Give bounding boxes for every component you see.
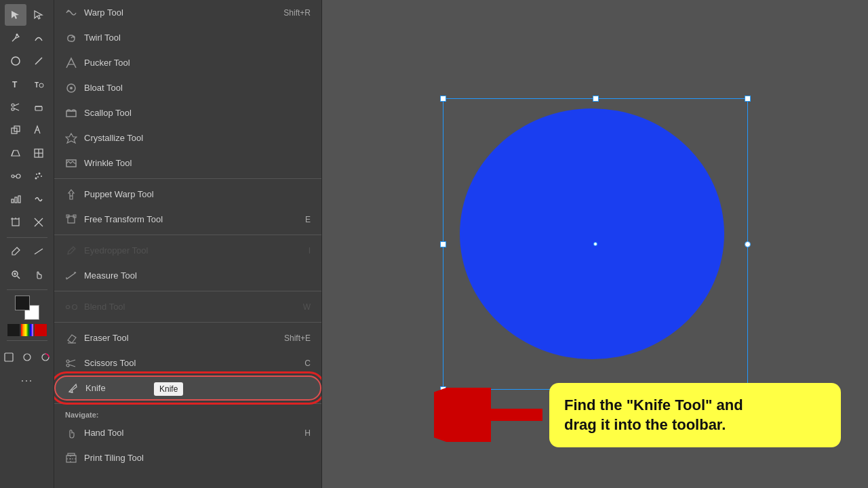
touch-type-tool-btn[interactable]: T (28, 73, 50, 95)
svg-line-8 (14, 104, 19, 106)
pucker-tool-item[interactable]: Pucker Tool (54, 50, 321, 75)
line-tool-btn[interactable] (28, 50, 50, 72)
handle-br[interactable] (745, 386, 751, 392)
red-swatch[interactable] (35, 324, 47, 336)
pen-tool-btn[interactable] (5, 27, 26, 49)
bloat-tool-icon (65, 82, 77, 94)
slice-btn[interactable] (28, 211, 50, 233)
left-toolbar: T T (0, 0, 54, 488)
none-swatch[interactable] (7, 324, 20, 336)
knife-tool-icon (66, 382, 79, 394)
artboard-btn[interactable] (5, 211, 26, 233)
eyedropper-btn[interactable] (5, 241, 26, 262)
knife-tool-item[interactable]: Knife Knife (54, 375, 321, 401)
handle-bc[interactable] (593, 386, 599, 392)
svg-rect-67 (68, 453, 75, 455)
svg-point-20 (16, 174, 20, 178)
artboard-panel-btn[interactable] (0, 346, 17, 368)
tool-row-zoom (0, 264, 54, 285)
divider-5 (54, 403, 321, 404)
more-tools-dots[interactable]: ··· (20, 373, 33, 388)
shape-builder-btn[interactable] (5, 119, 26, 141)
print-tiling-tool-label: Print Tiling Tool (84, 453, 304, 463)
canvas-area: Find the "Knife Tool" anddrag it into th… (322, 0, 868, 488)
svg-text:T: T (12, 80, 18, 89)
eraser-tool-item[interactable]: Eraser Tool Shift+E (54, 325, 321, 350)
wrinkle-tool-icon (65, 157, 77, 169)
tool-row-graph (0, 188, 54, 210)
scissors-btn[interactable] (5, 96, 26, 118)
tool-row-shapebuilder (0, 119, 54, 141)
eraser-small-btn[interactable] (28, 96, 50, 118)
svg-marker-71 (437, 401, 461, 428)
recolor-btn[interactable] (37, 346, 54, 368)
handle-tc[interactable] (593, 96, 599, 102)
crystallize-tool-item[interactable]: Crystallize Tool (54, 125, 321, 150)
navigate-section-label: Navigate: (54, 407, 321, 420)
scissors-tool-label: Scissors Tool (84, 358, 298, 368)
curvature-tool-btn[interactable] (28, 27, 50, 49)
handle-ml[interactable] (440, 241, 446, 247)
hand-tool-item[interactable]: Hand Tool H (54, 420, 321, 445)
type-tool-btn[interactable]: T (5, 73, 26, 95)
svg-point-59 (73, 304, 77, 309)
eraser-tool-label: Eraser Tool (84, 333, 277, 343)
column-graph-btn[interactable] (5, 188, 26, 210)
mesh-btn[interactable] (28, 142, 50, 164)
svg-line-55 (66, 272, 76, 279)
measure-btn[interactable] (28, 241, 50, 262)
blend-tool-item[interactable]: Blend Tool W (54, 294, 321, 319)
twirl-tool-item[interactable]: Twirl Tool (54, 25, 321, 50)
svg-point-62 (66, 364, 69, 367)
eyedropper-tool-item[interactable]: Eyedropper Tool I (54, 238, 321, 263)
warp-tool-item[interactable]: Warp Tool Shift+R (54, 0, 321, 25)
handle-bl[interactable] (440, 386, 446, 392)
ellipse-tool-btn[interactable] (5, 50, 26, 72)
tool-row-shape (0, 50, 54, 72)
svg-rect-27 (12, 199, 14, 203)
hand-btn[interactable] (28, 264, 50, 285)
eyedropper-tool-label: Eyedropper Tool (84, 245, 302, 256)
blend-btn[interactable] (5, 165, 26, 187)
symbol-spray-btn[interactable] (28, 165, 50, 187)
toolbar-divider-3 (7, 340, 47, 341)
perspective-btn[interactable] (5, 142, 26, 164)
artboard (443, 98, 748, 390)
gradient-swatch[interactable] (21, 324, 33, 336)
pattern-btn[interactable] (18, 346, 35, 368)
handle-mr[interactable] (745, 241, 751, 247)
svg-line-15 (12, 150, 14, 156)
handle-tl[interactable] (440, 96, 446, 102)
toolbar-divider-2 (7, 289, 47, 290)
fg-bg-swatches (15, 296, 39, 320)
warp-tool-btn[interactable] (28, 188, 50, 210)
tool-row-scissors (0, 96, 54, 118)
wrinkle-tool-label: Wrinkle Tool (84, 158, 304, 168)
tool-row-perspective (0, 142, 54, 164)
blend-tool-label: Blend Tool (84, 302, 296, 312)
puppet-warp-tool-icon (65, 188, 77, 201)
zoom-btn[interactable] (5, 264, 26, 285)
print-tiling-tool-item[interactable]: Print Tiling Tool (54, 445, 321, 470)
foreground-color-swatch[interactable] (15, 296, 30, 310)
scissors-tool-icon (65, 357, 77, 369)
eraser-tool-icon (65, 332, 77, 344)
free-transform-tool-item[interactable]: Free Transform Tool E (54, 207, 321, 232)
puppet-warp-tool-item[interactable]: Puppet Warp Tool (54, 182, 321, 207)
direct-select-tool-btn[interactable] (28, 4, 50, 26)
selection-tool-btn[interactable] (5, 4, 26, 26)
svg-point-7 (12, 104, 14, 106)
svg-point-63 (66, 360, 69, 363)
svg-point-43 (68, 9, 70, 12)
scissors-tool-item[interactable]: Scissors Tool C (54, 350, 321, 375)
wrinkle-tool-item[interactable]: Wrinkle Tool (54, 150, 321, 176)
bloat-tool-item[interactable]: Bloat Tool (54, 75, 321, 100)
handle-tr[interactable] (745, 96, 751, 102)
scallop-tool-item[interactable]: Scallop Tool (54, 100, 321, 125)
svg-rect-28 (15, 197, 17, 203)
svg-point-1 (12, 57, 20, 65)
blend-tool-shortcut: W (303, 302, 311, 312)
measure-tool-item[interactable]: Measure Tool (54, 263, 321, 288)
divider-1 (54, 178, 321, 179)
live-paint-btn[interactable] (28, 119, 50, 141)
